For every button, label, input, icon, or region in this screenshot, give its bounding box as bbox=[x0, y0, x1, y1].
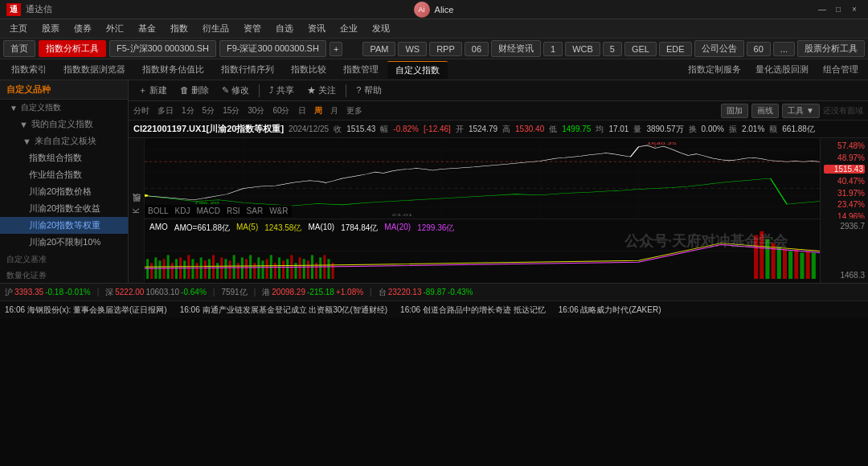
period-tabs: 多日 1分 5分 15分 30分 60分 日 周 月 更多 bbox=[154, 104, 366, 117]
sidebar-item-chongqing20-price[interactable]: 川渝20指数价格 bbox=[0, 183, 128, 200]
change-label: 幅 bbox=[380, 124, 388, 135]
tool-60[interactable]: 60 bbox=[747, 42, 771, 56]
maximize-button[interactable]: □ bbox=[831, 2, 845, 17]
close-button[interactable]: × bbox=[847, 2, 862, 17]
period-15min[interactable]: 15分 bbox=[219, 104, 243, 117]
indicator-labels: AMO AMO=661.88亿 MA(5) 1243.58亿 MA(10) 17… bbox=[149, 223, 454, 234]
tool-06[interactable]: 06 bbox=[465, 42, 489, 56]
minimize-button[interactable]: — bbox=[815, 2, 829, 17]
sidebar-item-homework-portfolio[interactable]: 作业组合指数 bbox=[0, 166, 128, 183]
sidebar-group-from-custom-block[interactable]: ▼ 来自自定义板块 bbox=[0, 133, 128, 149]
chart-date: 2024/12/25 bbox=[289, 125, 329, 133]
ind-macd[interactable]: MACD bbox=[196, 206, 219, 215]
sidebar-item-portfolio-index[interactable]: 指数组合指数 bbox=[0, 149, 128, 166]
tool-5[interactable]: 5 bbox=[603, 42, 622, 56]
fixed-add-button[interactable]: 固加 bbox=[721, 104, 748, 118]
sidebar-item-chongqing20-nolimit[interactable]: 川渝20不限制10% bbox=[0, 234, 128, 251]
period-day[interactable]: 日 bbox=[295, 104, 309, 117]
tool-wcb[interactable]: WCB bbox=[565, 42, 600, 56]
ind-sar[interactable]: SAR bbox=[247, 206, 264, 215]
shortcut-sz300[interactable]: F9-深证300 000300.SH bbox=[219, 40, 326, 57]
tab-index-list[interactable]: 指数索引 bbox=[3, 61, 55, 78]
edit-button[interactable]: ✎ 修改 bbox=[217, 84, 254, 97]
chevron-down-icon: ▼ bbox=[10, 104, 18, 112]
menu-stocks[interactable]: 股票 bbox=[35, 21, 66, 36]
menu-index[interactable]: 指数 bbox=[164, 21, 194, 36]
stock-analysis-tool[interactable]: 股票分析工具 bbox=[797, 40, 865, 57]
menu-home[interactable]: 主页 bbox=[3, 21, 34, 36]
tab-index-manage[interactable]: 指数管理 bbox=[335, 61, 387, 78]
svg-rect-56 bbox=[286, 259, 289, 279]
toolbar-row: 首页 指数分析工具 F5-沪深300 000300.SH F9-深证300 00… bbox=[0, 39, 868, 59]
sh-pct: -0.01% bbox=[65, 288, 91, 296]
svg-rect-55 bbox=[282, 260, 285, 279]
tool-ede[interactable]: EDE bbox=[659, 42, 692, 56]
svg-rect-29 bbox=[175, 259, 178, 279]
tool-finance[interactable]: 财经资讯 bbox=[491, 40, 541, 57]
period-more[interactable]: 更多 bbox=[343, 104, 366, 117]
menu-derivatives[interactable]: 衍生品 bbox=[196, 21, 235, 36]
sz-pct: -0.64% bbox=[181, 288, 207, 296]
tab-custom-index[interactable]: 自定义指数 bbox=[387, 61, 448, 79]
menu-enterprise[interactable]: 企业 bbox=[334, 21, 364, 36]
window-controls[interactable]: — □ × bbox=[815, 2, 862, 17]
ind-rsi[interactable]: RSI bbox=[227, 206, 240, 215]
sidebar-item-chongqing20-equal[interactable]: 川渝20指数等权重 bbox=[0, 217, 128, 234]
delete-button[interactable]: 🗑 删除 bbox=[175, 84, 214, 97]
sidebar-item-chongqing20-total[interactable]: 川渝20指数全收益 bbox=[0, 200, 128, 217]
menu-news[interactable]: 资讯 bbox=[301, 21, 332, 36]
sidebar-group-my-custom-index[interactable]: ▼ 我的自定义指数 bbox=[0, 116, 128, 133]
tab-index-browser[interactable]: 指数数据浏览器 bbox=[55, 61, 133, 78]
svg-rect-41 bbox=[224, 259, 227, 279]
period-month[interactable]: 月 bbox=[327, 104, 342, 117]
period-60min[interactable]: 60分 bbox=[269, 104, 293, 117]
tab-quant-backtest[interactable]: 量化选股回测 bbox=[749, 62, 815, 77]
period-1min[interactable]: 1分 bbox=[178, 104, 198, 117]
period-5min[interactable]: 5分 bbox=[199, 104, 219, 117]
ticker-time-3: 16:06 bbox=[400, 305, 420, 314]
period-min[interactable]: 多日 bbox=[154, 104, 177, 117]
sz-value: 5222.00 bbox=[115, 288, 144, 296]
menu-asset[interactable]: 资管 bbox=[237, 21, 268, 36]
tab-home[interactable]: 首页 bbox=[3, 40, 35, 57]
menu-bar: 主页 股票 债券 外汇 基金 指数 衍生品 资管 自选 资讯 企业 发现 bbox=[0, 19, 868, 39]
help-button[interactable]: ? 帮助 bbox=[351, 84, 386, 97]
add-tab-button[interactable]: + bbox=[330, 42, 342, 56]
avatar: Ai bbox=[414, 2, 430, 18]
ind-kdj[interactable]: KDJ bbox=[175, 206, 190, 215]
tool-more[interactable]: ... bbox=[773, 42, 795, 56]
high-value: 1530.40 bbox=[515, 125, 544, 133]
tab-index-custom-service[interactable]: 指数定制服务 bbox=[682, 62, 747, 77]
new-button[interactable]: ＋ 新建 bbox=[133, 84, 172, 97]
tool-button[interactable]: 工具 ▼ bbox=[782, 104, 820, 118]
sidebar-group-custom-index[interactable]: ▼ 自定义指数 bbox=[0, 100, 128, 116]
tab-index-sequence[interactable]: 指数行情序列 bbox=[213, 61, 282, 78]
tool-pam[interactable]: PAM bbox=[362, 42, 395, 56]
period-week[interactable]: 周 bbox=[311, 104, 326, 117]
close-button[interactable]: ★ 关注 bbox=[302, 84, 341, 97]
tw-value: 23220.13 bbox=[388, 288, 422, 296]
menu-watchlist[interactable]: 自选 bbox=[269, 21, 300, 36]
amo-label: AMO bbox=[149, 223, 168, 234]
ind-wr[interactable]: W&R bbox=[269, 206, 288, 215]
menu-forex[interactable]: 外汇 bbox=[100, 21, 130, 36]
menu-bonds[interactable]: 债券 bbox=[68, 21, 98, 36]
tool-rpp[interactable]: RPP bbox=[429, 42, 462, 56]
tool-1[interactable]: 1 bbox=[543, 42, 563, 56]
menu-discover[interactable]: 发现 bbox=[366, 21, 396, 36]
tab-index-compare[interactable]: 指数财务估值比 bbox=[134, 61, 212, 78]
title-bar-left: 通 通达信 bbox=[6, 3, 52, 16]
tool-ws[interactable]: WS bbox=[398, 42, 427, 56]
share-button[interactable]: ⤴ 共享 bbox=[264, 84, 299, 97]
tab-portfolio-manage[interactable]: 组合管理 bbox=[817, 62, 865, 77]
draw-line-button[interactable]: 画线 bbox=[751, 104, 779, 118]
ind-boll[interactable]: BOLL bbox=[148, 206, 169, 215]
ma20-label: MA(20) bbox=[384, 223, 411, 234]
tab-index-ratio[interactable]: 指数比较 bbox=[283, 61, 334, 78]
shortcut-sh300[interactable]: F5-沪深300 000300.SH bbox=[109, 40, 216, 57]
period-30min[interactable]: 30分 bbox=[244, 104, 268, 117]
menu-funds[interactable]: 基金 bbox=[132, 21, 162, 36]
tool-announcement[interactable]: 公司公告 bbox=[694, 40, 744, 57]
tool-gel[interactable]: GEL bbox=[624, 42, 657, 56]
tab-index-analysis[interactable]: 指数分析工具 bbox=[39, 40, 106, 57]
